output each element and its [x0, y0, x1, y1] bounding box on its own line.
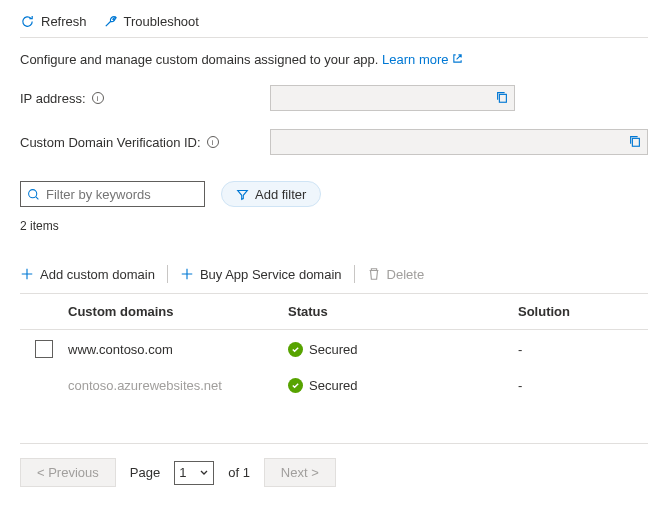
- page-total: of 1: [228, 465, 250, 480]
- external-link-icon: [452, 53, 463, 64]
- learn-more-label: Learn more: [382, 52, 448, 67]
- search-icon: [27, 188, 40, 201]
- info-icon[interactable]: i: [92, 92, 104, 104]
- troubleshoot-icon: [103, 14, 118, 29]
- plus-icon: [180, 267, 194, 281]
- row-domain[interactable]: www.contoso.com: [68, 342, 288, 357]
- previous-page-button: < Previous: [20, 458, 116, 487]
- refresh-label: Refresh: [41, 14, 87, 29]
- row-checkbox[interactable]: [35, 340, 53, 358]
- add-custom-domain-button[interactable]: Add custom domain: [20, 267, 155, 282]
- delete-label: Delete: [387, 267, 425, 282]
- copy-icon: [495, 90, 509, 104]
- add-filter-label: Add filter: [255, 187, 306, 202]
- learn-more-link[interactable]: Learn more: [382, 52, 463, 67]
- ip-address-input-wrap: [270, 85, 515, 111]
- buy-domain-label: Buy App Service domain: [200, 267, 342, 282]
- pagination: < Previous Page 1 of 1 Next >: [20, 443, 648, 487]
- ip-address-label: IP address: i: [20, 91, 270, 106]
- info-icon[interactable]: i: [207, 136, 219, 148]
- status-ok-icon: [288, 378, 303, 393]
- refresh-icon: [20, 14, 35, 29]
- delete-button: Delete: [367, 267, 425, 282]
- col-solution-header: Solution: [518, 304, 648, 319]
- verification-id-input[interactable]: [270, 129, 648, 155]
- table-header: Custom domains Status Solution: [20, 294, 648, 330]
- row-status-label: Secured: [309, 342, 357, 357]
- filter-icon: [236, 188, 249, 201]
- divider: [167, 265, 168, 283]
- plus-icon: [20, 267, 34, 281]
- verification-id-label-text: Custom Domain Verification ID:: [20, 135, 201, 150]
- copy-ip-button[interactable]: [492, 88, 512, 108]
- refresh-button[interactable]: Refresh: [20, 14, 87, 29]
- intro-description: Configure and manage custom domains assi…: [20, 52, 378, 67]
- table-row: www.contoso.com Secured -: [20, 330, 648, 368]
- row-status-label: Secured: [309, 378, 357, 393]
- intro-text: Configure and manage custom domains assi…: [20, 52, 648, 67]
- row-status: Secured: [288, 378, 518, 393]
- ip-address-label-text: IP address:: [20, 91, 86, 106]
- filter-row: Add filter: [20, 181, 648, 207]
- svg-rect-0: [499, 94, 506, 102]
- search-box[interactable]: [20, 181, 205, 207]
- action-bar: Add custom domain Buy App Service domain…: [20, 247, 648, 294]
- verification-id-label: Custom Domain Verification ID: i: [20, 135, 270, 150]
- items-count: 2 items: [20, 219, 648, 233]
- add-custom-domain-label: Add custom domain: [40, 267, 155, 282]
- page-select[interactable]: 1: [174, 461, 214, 485]
- troubleshoot-label: Troubleshoot: [124, 14, 199, 29]
- page-label: Page: [130, 465, 160, 480]
- copy-icon: [628, 134, 642, 148]
- ip-address-input[interactable]: [270, 85, 515, 111]
- add-filter-button[interactable]: Add filter: [221, 181, 321, 207]
- next-page-button: Next >: [264, 458, 336, 487]
- ip-address-row: IP address: i: [20, 85, 648, 111]
- top-toolbar: Refresh Troubleshoot: [20, 10, 648, 38]
- col-check-header: [20, 304, 68, 319]
- troubleshoot-button[interactable]: Troubleshoot: [103, 14, 199, 29]
- verification-id-row: Custom Domain Verification ID: i: [20, 129, 648, 155]
- row-solution: -: [518, 342, 648, 357]
- svg-rect-1: [632, 138, 639, 146]
- divider: [354, 265, 355, 283]
- search-input[interactable]: [46, 187, 198, 202]
- row-status: Secured: [288, 342, 518, 357]
- verification-id-input-wrap: [270, 129, 648, 155]
- current-page: 1: [179, 465, 186, 480]
- chevron-down-icon: [199, 468, 209, 478]
- row-check-cell: [20, 340, 68, 358]
- col-status-header: Status: [288, 304, 518, 319]
- copy-verification-button[interactable]: [625, 132, 645, 152]
- col-domain-header: Custom domains: [68, 304, 288, 319]
- buy-domain-button[interactable]: Buy App Service domain: [180, 267, 342, 282]
- table-row: contoso.azurewebsites.net Secured -: [20, 368, 648, 403]
- svg-point-2: [29, 189, 37, 197]
- trash-icon: [367, 267, 381, 281]
- status-ok-icon: [288, 342, 303, 357]
- row-domain: contoso.azurewebsites.net: [68, 378, 288, 393]
- row-solution: -: [518, 378, 648, 393]
